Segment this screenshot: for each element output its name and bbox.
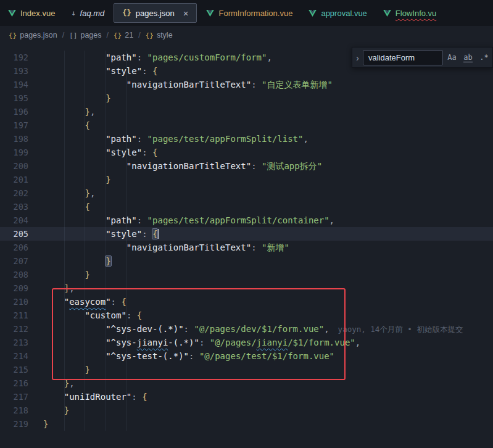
code-text: "easycom": { <box>28 295 126 309</box>
line-number[interactable]: 209 <box>0 281 28 295</box>
breadcrumb-separator: / <box>62 31 64 39</box>
line-number[interactable]: 199 <box>0 146 28 159</box>
code-line-212[interactable]: 212 "^sys-dev-(.*)": "@/pages/dev/$1/for… <box>0 322 493 336</box>
match-case-button[interactable]: Aa <box>445 51 459 64</box>
line-number[interactable]: 214 <box>0 349 28 363</box>
tab-index-vue[interactable]: Index.vue <box>0 3 63 23</box>
text-cursor <box>157 229 159 239</box>
code-text: }, <box>28 186 95 200</box>
regex-button[interactable]: .* <box>477 51 491 64</box>
code-line-200[interactable]: 200 "navigationBarTitleText": "测试app拆分" <box>0 159 493 173</box>
code-line-215[interactable]: 215 } <box>0 363 493 376</box>
tab-pages-json[interactable]: {}pages.json× <box>114 3 197 23</box>
line-number[interactable]: 216 <box>0 376 28 390</box>
breadcrumb-item-pages-json[interactable]: {}pages.json <box>9 31 57 39</box>
breadcrumb-label: 21 <box>125 31 133 39</box>
code-line-195[interactable]: 195 } <box>0 91 493 105</box>
code-editor: 192 "path": "pages/customForm/form",193 … <box>0 44 493 448</box>
line-number[interactable]: 205 <box>0 227 28 241</box>
line-number[interactable]: 200 <box>0 159 28 173</box>
line-number[interactable]: 206 <box>0 241 28 254</box>
line-number[interactable]: 215 <box>0 363 28 376</box>
code-line-208[interactable]: 208 } <box>0 268 493 281</box>
code-text: "^sys-jianyi-(.*)": "@/pages/jianyi/$1/f… <box>28 336 360 349</box>
line-number[interactable]: 204 <box>0 214 28 227</box>
code-line-197[interactable]: 197 { <box>0 118 493 132</box>
code-line-207[interactable]: 207 } <box>0 254 493 268</box>
code-line-213[interactable]: 213 "^sys-jianyi-(.*)": "@/pages/jianyi/… <box>0 336 493 349</box>
breadcrumb-label: pages.json <box>20 31 57 39</box>
code-line-211[interactable]: 211 "custom": { <box>0 309 493 322</box>
line-number[interactable]: 195 <box>0 91 28 105</box>
code-line-196[interactable]: 196 }, <box>0 105 493 118</box>
chevron-right-icon[interactable]: › <box>352 52 363 63</box>
code-line-202[interactable]: 202 }, <box>0 186 493 200</box>
line-number[interactable]: 217 <box>0 390 28 404</box>
code-line-198[interactable]: 198 "path": "pages/test/appFormSplit/lis… <box>0 132 493 146</box>
code-line-199[interactable]: 199 "style": { <box>0 146 493 159</box>
line-number[interactable]: 193 <box>0 64 28 78</box>
code-line-201[interactable]: 201 } <box>0 173 493 186</box>
line-number[interactable]: 210 <box>0 295 28 309</box>
vue-icon <box>383 10 391 17</box>
tab-bar: Index.vue↓faq.md{}pages.json×FormInforma… <box>0 0 493 26</box>
braces-icon: {} <box>114 31 122 39</box>
line-number[interactable]: 201 <box>0 173 28 186</box>
line-number[interactable]: 207 <box>0 254 28 268</box>
code-lines: 192 "path": "pages/customForm/form",193 … <box>0 51 493 431</box>
line-number[interactable]: 208 <box>0 268 28 281</box>
code-text: "style": { <box>28 146 157 159</box>
line-number[interactable]: 196 <box>0 105 28 118</box>
close-icon[interactable]: × <box>183 9 189 18</box>
code-text: } <box>28 417 48 431</box>
find-widget: › Aa ab .* <box>352 47 493 68</box>
code-text: "uniIdRouter": { <box>28 390 147 404</box>
code-line-210[interactable]: 210 "easycom": { <box>0 295 493 309</box>
line-number[interactable]: 198 <box>0 132 28 146</box>
code-line-194[interactable]: 194 "navigationBarTitleText": "自定义表单新增" <box>0 78 493 91</box>
breadcrumb-item-21[interactable]: {}21 <box>114 31 133 39</box>
line-number[interactable]: 211 <box>0 309 28 322</box>
code-text: ], <box>28 281 75 295</box>
line-number[interactable]: 202 <box>0 186 28 200</box>
whole-word-button[interactable]: ab <box>461 51 475 64</box>
code-text: "path": "pages/test/appFormSplit/list", <box>28 132 309 146</box>
find-input[interactable] <box>363 50 443 65</box>
breadcrumb-item-pages[interactable]: []pages <box>69 31 101 39</box>
code-text: "style": { <box>28 64 157 78</box>
line-number[interactable]: 194 <box>0 78 28 91</box>
code-line-216[interactable]: 216 }, <box>0 376 493 390</box>
code-text: "navigationBarTitleText": "自定义表单新增" <box>28 78 333 91</box>
code-line-219[interactable]: 219} <box>0 417 493 431</box>
line-number[interactable]: 213 <box>0 336 28 349</box>
brackets-icon: [] <box>69 31 77 39</box>
tab-faq-md[interactable]: ↓faq.md <box>63 3 112 23</box>
tab-approval-vue[interactable]: approval.vue <box>300 3 375 23</box>
code-line-214[interactable]: 214 "^sys-test-(.*)": "@/pages/test/$1/f… <box>0 349 493 363</box>
code-line-217[interactable]: 217 "uniIdRouter": { <box>0 390 493 404</box>
breadcrumb-separator: / <box>107 31 109 39</box>
code-text: } <box>28 363 90 376</box>
code-line-204[interactable]: 204 "path": "pages/test/appFormSplit/con… <box>0 214 493 227</box>
code-line-209[interactable]: 209 ], <box>0 281 493 295</box>
code-text: "path": "pages/test/appFormSplit/contain… <box>28 214 334 227</box>
breadcrumb-item-style[interactable]: {}style <box>146 31 173 39</box>
code-text: "^sys-dev-(.*)": "@/pages/dev/$1/form.vu… <box>28 322 463 336</box>
line-number[interactable]: 219 <box>0 417 28 431</box>
vue-icon <box>309 10 317 17</box>
code-line-205[interactable]: 205 "style": { <box>0 227 493 241</box>
tab-label: approval.vue <box>321 9 367 18</box>
line-number[interactable]: 192 <box>0 51 28 64</box>
tab-forminformation-vue[interactable]: FormInformation.vue <box>198 3 300 23</box>
line-number[interactable]: 212 <box>0 322 28 336</box>
line-number[interactable]: 203 <box>0 200 28 214</box>
code-text: "custom": { <box>28 309 142 322</box>
code-line-203[interactable]: 203 { <box>0 200 493 214</box>
line-number[interactable]: 197 <box>0 118 28 132</box>
line-number[interactable]: 218 <box>0 404 28 417</box>
code-line-218[interactable]: 218 } <box>0 404 493 417</box>
code-line-206[interactable]: 206 "navigationBarTitleText": "新增" <box>0 241 493 254</box>
tab-flowinfo-vu[interactable]: FlowInfo.vu <box>375 3 444 23</box>
code-text: "style": { <box>28 227 159 241</box>
code-text: } <box>28 268 90 281</box>
